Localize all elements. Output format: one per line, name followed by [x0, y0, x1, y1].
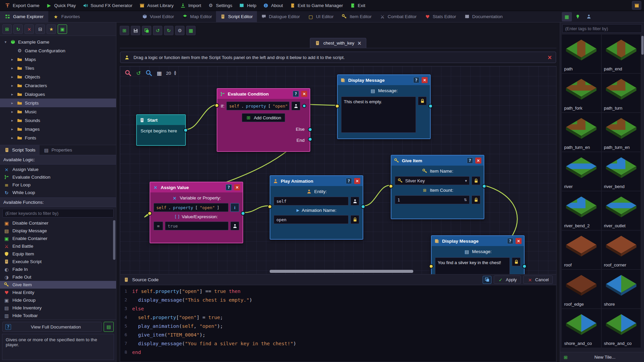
port-condition-input[interactable]: [215, 103, 219, 108]
port-then-output[interactable]: [302, 104, 306, 108]
tab-objects[interactable]: [573, 12, 583, 21]
functions-filter-input[interactable]: [2, 209, 114, 218]
function-item-end-battle[interactable]: ⚔End Battle: [0, 242, 116, 250]
menu-item-exit[interactable]: Exit: [346, 1, 369, 10]
node-help-button[interactable]: ?: [507, 238, 513, 244]
tree-item-characters[interactable]: ▸ Characters: [0, 81, 116, 90]
function-item-disable-container[interactable]: ▣Disable Container: [0, 219, 116, 227]
expand-arrow-icon[interactable]: ▸: [10, 127, 14, 131]
menu-item-export-game[interactable]: Export Game: [1, 1, 43, 10]
node-help-button[interactable]: ?: [226, 184, 232, 190]
expand-arrow-icon[interactable]: ▸: [10, 92, 14, 97]
wire-start-to-condition[interactable]: [186, 105, 217, 129]
tab-properties[interactable]: ▤Properties: [40, 145, 76, 155]
expand-arrow-icon[interactable]: ▸: [10, 110, 14, 114]
function-item-give-item[interactable]: Give Item: [0, 281, 116, 289]
tree-item-fonts[interactable]: ▸ Fonts: [0, 133, 116, 142]
expression-builder-button[interactable]: [230, 222, 239, 230]
operator-select[interactable]: =: [154, 222, 163, 230]
tab-game-explorer[interactable]: Game Explorer: [0, 11, 48, 22]
tab-map-editor[interactable]: Map Editor: [178, 11, 216, 22]
tab-favorites[interactable]: ★Favorites: [48, 11, 85, 22]
expand-arrow-icon[interactable]: ▸: [10, 118, 14, 123]
condition-expression-input[interactable]: self.property["open"] == t: [226, 102, 289, 110]
function-item-fade-in[interactable]: ◐Fade In: [0, 265, 116, 273]
script-settings-button[interactable]: ⚙: [175, 26, 184, 35]
tags-button[interactable]: ▣: [58, 24, 67, 34]
tile-path[interactable]: path: [562, 35, 601, 73]
menu-item-settings[interactable]: ⚙Settings: [205, 1, 236, 10]
tile-river-bend[interactable]: river_bend: [602, 152, 641, 191]
node-close-button[interactable]: ×: [516, 238, 522, 244]
view-documentation-button[interactable]: ? View Full Documentation: [2, 322, 102, 332]
menu-item-exit-to-game-manager[interactable]: Exit to Game Manager: [286, 1, 346, 10]
expand-arrow-icon[interactable]: ▸: [10, 66, 14, 70]
port-start-output[interactable]: [183, 128, 188, 132]
tile-river[interactable]: river: [562, 152, 601, 191]
lock-animation-button[interactable]: [351, 215, 359, 224]
tree-item-objects[interactable]: ▸ Objects: [0, 72, 116, 81]
expand-arrow-icon[interactable]: ▾: [3, 40, 8, 44]
tile-roof-corner[interactable]: roof_corner: [602, 231, 641, 269]
function-item-fade-out[interactable]: ◑Fade Out: [0, 273, 116, 281]
function-item-execute-script[interactable]: Execute Script: [0, 258, 116, 265]
port-message-input[interactable]: [429, 264, 433, 268]
node-assign-value[interactable]: × Assign Value ? × ×Variable or Property…: [150, 182, 243, 243]
node-close-button[interactable]: ×: [422, 77, 428, 83]
tree-item-sounds[interactable]: ▸ Sounds: [0, 116, 116, 125]
save-script-button[interactable]: [131, 26, 140, 35]
script-canvas[interactable]: ↺ ▦ 20 ▲▼ Start Script begins: [120, 66, 556, 274]
tree-item-example-game[interactable]: ▾ Example Game: [0, 38, 116, 46]
node-close-button[interactable]: ×: [475, 158, 481, 164]
port-animation-input[interactable]: [268, 204, 272, 209]
node-help-button[interactable]: ?: [293, 91, 299, 97]
node-give-item[interactable]: Give Item ? × Item Name: Silver Key ▾: [391, 155, 484, 219]
node-display-message-2[interactable]: Display Message ? × ▤Message: You find a…: [431, 235, 525, 274]
function-item-heal-entity[interactable]: ♥Heal Entity: [0, 289, 116, 296]
entity-picker-button[interactable]: [351, 197, 359, 205]
port-animation-output[interactable]: [361, 204, 365, 209]
tree-item-game-configuration[interactable]: ⚙Game Configuration: [0, 46, 116, 55]
tile-river-outlet[interactable]: river_outlet: [602, 191, 641, 230]
port-message-output[interactable]: [522, 264, 527, 268]
menu-item-help[interactable]: Help: [235, 1, 260, 10]
close-tab-icon[interactable]: ×: [357, 40, 362, 46]
tile-path-fork[interactable]: path_fork: [562, 74, 601, 112]
tile-shore[interactable]: shore: [602, 270, 641, 308]
expand-arrow-icon[interactable]: ▸: [10, 101, 14, 105]
tree-item-maps[interactable]: ▸ Maps: [0, 55, 116, 64]
function-item-hide-group[interactable]: ▣Hide Group: [0, 296, 116, 304]
expand-arrow-icon[interactable]: ▸: [10, 57, 14, 62]
reset-view-button[interactable]: ↺: [135, 69, 142, 77]
tab-voxel-editor[interactable]: Voxel Editor: [138, 11, 178, 22]
tab-stats-editor[interactable]: ♥Stats Editor: [421, 11, 460, 22]
node-play-animation[interactable]: Play Animation ? × Entity: self ▶Animati…: [270, 175, 363, 240]
tab-script-editor[interactable]: Script Editor: [216, 11, 257, 22]
variable-input[interactable]: self.property["open"]: [154, 203, 228, 212]
new-tile-button[interactable]: ⊞ New Tile...: [560, 352, 644, 362]
node-help-button[interactable]: ?: [467, 158, 473, 164]
message-text-input[interactable]: You find a silver key in the chest!: [435, 257, 510, 274]
tile-path-turn-en[interactable]: path_turn_en: [562, 113, 601, 152]
lock-message-button[interactable]: [512, 257, 521, 266]
expand-source-button[interactable]: [483, 276, 491, 284]
tile-panel-scrollbar[interactable]: [641, 36, 644, 55]
wire-assign-to-animation[interactable]: [243, 206, 270, 213]
node-start[interactable]: Start Script begins here: [136, 114, 186, 146]
tile-river-bend-2[interactable]: river_bend_2: [562, 191, 601, 230]
tab-combat-editor[interactable]: ⚔Combat Editor: [376, 11, 421, 22]
logic-item-while-loop[interactable]: ↻While Loop: [0, 189, 116, 196]
collapse-button[interactable]: ⊟: [36, 24, 45, 34]
new-script-button[interactable]: ⊞: [120, 26, 129, 35]
tile-filter-input[interactable]: [562, 24, 642, 33]
functions-scrollbar[interactable]: [113, 220, 115, 260]
animation-name-input[interactable]: open: [274, 215, 348, 224]
tile-path-turn-en[interactable]: path_turn_en: [602, 113, 641, 152]
refresh-button[interactable]: ↻: [13, 24, 23, 34]
menu-item-sound-fx-generator[interactable]: Sound FX Generator: [79, 1, 136, 10]
item-name-select[interactable]: Silver Key ▾: [395, 176, 470, 185]
value-expression-input[interactable]: true: [165, 222, 228, 230]
stepper-icon[interactable]: ⇅: [464, 198, 467, 202]
tile-shore-and-co[interactable]: shore_and_co: [562, 309, 601, 348]
tree-item-images[interactable]: ▸ Images: [0, 125, 116, 133]
